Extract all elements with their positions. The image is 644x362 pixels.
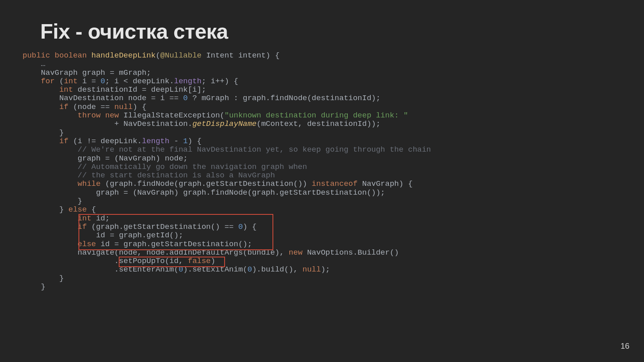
code-block: public boolean handleDeepLink(@Nullable … bbox=[23, 51, 431, 291]
slide: Fix - очистка стека public boolean handl… bbox=[0, 0, 644, 362]
slide-title: Fix - очистка стека bbox=[40, 19, 228, 43]
page-number: 16 bbox=[621, 341, 630, 351]
